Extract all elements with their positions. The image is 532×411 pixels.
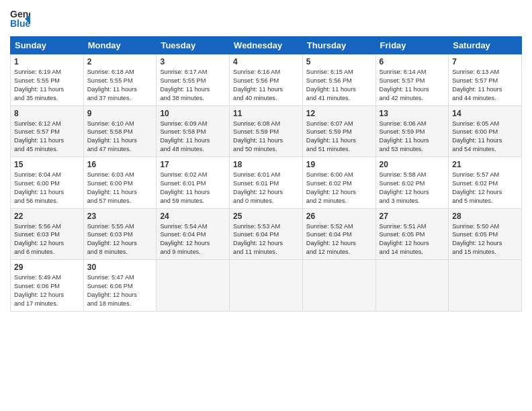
calendar-week-5: 29Sunrise: 5:49 AM Sunset: 6:06 PM Dayli… [11, 260, 522, 312]
calendar-cell: 20Sunrise: 5:58 AM Sunset: 6:02 PM Dayli… [375, 157, 449, 209]
svg-text:Blue: Blue [10, 18, 30, 29]
day-info: Sunrise: 5:49 AM Sunset: 6:06 PM Dayligh… [14, 273, 80, 308]
day-number: 25 [233, 212, 299, 221]
day-number: 3 [160, 57, 226, 66]
col-header-tuesday: Tuesday [157, 37, 230, 54]
day-number: 27 [380, 212, 445, 221]
calendar-cell: 25Sunrise: 5:53 AM Sunset: 6:04 PM Dayli… [230, 208, 303, 260]
calendar-cell: 2Sunrise: 6:18 AM Sunset: 5:55 PM Daylig… [83, 54, 157, 106]
day-info: Sunrise: 6:17 AM Sunset: 5:55 PM Dayligh… [160, 68, 226, 103]
col-header-saturday: Saturday [449, 37, 522, 54]
calendar-cell [230, 260, 303, 312]
day-info: Sunrise: 5:47 AM Sunset: 6:06 PM Dayligh… [87, 273, 153, 308]
calendar-cell: 21Sunrise: 5:57 AM Sunset: 6:02 PM Dayli… [449, 157, 522, 209]
day-info: Sunrise: 6:03 AM Sunset: 6:00 PM Dayligh… [87, 171, 153, 205]
day-info: Sunrise: 5:58 AM Sunset: 6:02 PM Dayligh… [380, 171, 445, 205]
calendar-cell: 9Sunrise: 6:10 AM Sunset: 5:58 PM Daylig… [83, 105, 157, 157]
day-number: 8 [14, 109, 80, 118]
day-info: Sunrise: 6:09 AM Sunset: 5:58 PM Dayligh… [160, 120, 226, 154]
day-number: 26 [306, 212, 372, 221]
calendar-week-4: 22Sunrise: 5:56 AM Sunset: 6:03 PM Dayli… [11, 208, 522, 260]
calendar-cell: 29Sunrise: 5:49 AM Sunset: 6:06 PM Dayli… [11, 260, 84, 312]
calendar-cell [302, 260, 375, 312]
calendar-cell [449, 260, 522, 312]
calendar-cell: 11Sunrise: 6:08 AM Sunset: 5:59 PM Dayli… [230, 105, 303, 157]
day-number: 24 [160, 212, 226, 221]
day-number: 23 [87, 212, 153, 221]
calendar-cell: 28Sunrise: 5:50 AM Sunset: 6:05 PM Dayli… [449, 208, 522, 260]
calendar-cell: 23Sunrise: 5:55 AM Sunset: 6:03 PM Dayli… [83, 208, 157, 260]
calendar-week-3: 15Sunrise: 6:04 AM Sunset: 6:00 PM Dayli… [11, 157, 522, 209]
day-number: 5 [306, 57, 372, 66]
day-info: Sunrise: 6:06 AM Sunset: 5:59 PM Dayligh… [380, 120, 445, 154]
day-number: 4 [233, 57, 299, 66]
day-number: 17 [160, 160, 226, 169]
col-header-friday: Friday [375, 37, 449, 54]
day-info: Sunrise: 6:00 AM Sunset: 6:02 PM Dayligh… [306, 171, 372, 205]
header: General Blue [10, 7, 522, 31]
calendar-cell: 24Sunrise: 5:54 AM Sunset: 6:04 PM Dayli… [157, 208, 230, 260]
day-info: Sunrise: 5:51 AM Sunset: 6:05 PM Dayligh… [380, 222, 445, 257]
day-number: 19 [306, 160, 372, 169]
day-number: 9 [87, 109, 153, 118]
day-number: 15 [14, 160, 80, 169]
calendar-cell: 14Sunrise: 6:05 AM Sunset: 6:00 PM Dayli… [449, 105, 522, 157]
col-header-thursday: Thursday [302, 37, 375, 54]
calendar-cell: 19Sunrise: 6:00 AM Sunset: 6:02 PM Dayli… [302, 157, 375, 209]
calendar-cell [157, 260, 230, 312]
day-number: 6 [380, 57, 445, 66]
day-info: Sunrise: 5:57 AM Sunset: 6:02 PM Dayligh… [452, 171, 518, 205]
calendar-cell: 8Sunrise: 6:12 AM Sunset: 5:57 PM Daylig… [11, 105, 84, 157]
day-info: Sunrise: 6:01 AM Sunset: 6:01 PM Dayligh… [233, 171, 299, 205]
day-number: 2 [87, 57, 153, 66]
calendar-week-1: 1Sunrise: 6:19 AM Sunset: 5:55 PM Daylig… [11, 54, 522, 106]
logo: General Blue [10, 7, 30, 31]
day-number: 22 [14, 212, 80, 221]
calendar-cell: 5Sunrise: 6:15 AM Sunset: 5:56 PM Daylig… [302, 54, 375, 106]
day-info: Sunrise: 5:55 AM Sunset: 6:03 PM Dayligh… [87, 222, 153, 257]
calendar-cell: 4Sunrise: 6:16 AM Sunset: 5:56 PM Daylig… [230, 54, 303, 106]
header-row: SundayMondayTuesdayWednesdayThursdayFrid… [11, 37, 522, 54]
calendar-cell: 3Sunrise: 6:17 AM Sunset: 5:55 PM Daylig… [157, 54, 230, 106]
calendar-cell: 7Sunrise: 6:13 AM Sunset: 5:57 PM Daylig… [449, 54, 522, 106]
day-number: 14 [452, 109, 518, 118]
day-number: 21 [452, 160, 518, 169]
calendar-cell: 12Sunrise: 6:07 AM Sunset: 5:59 PM Dayli… [302, 105, 375, 157]
logo-svg: General Blue [10, 7, 30, 31]
calendar-cell [375, 260, 449, 312]
day-info: Sunrise: 6:07 AM Sunset: 5:59 PM Dayligh… [306, 120, 372, 154]
col-header-monday: Monday [83, 37, 157, 54]
day-number: 7 [452, 57, 518, 66]
calendar-table: SundayMondayTuesdayWednesdayThursdayFrid… [10, 36, 522, 312]
col-header-wednesday: Wednesday [230, 37, 303, 54]
day-number: 30 [87, 263, 153, 272]
day-number: 28 [452, 212, 518, 221]
calendar-cell: 30Sunrise: 5:47 AM Sunset: 6:06 PM Dayli… [83, 260, 157, 312]
calendar-cell: 18Sunrise: 6:01 AM Sunset: 6:01 PM Dayli… [230, 157, 303, 209]
page: General Blue SundayMondayTuesdayWednesda… [0, 0, 532, 411]
calendar-cell: 6Sunrise: 6:14 AM Sunset: 5:57 PM Daylig… [375, 54, 449, 106]
calendar-cell: 1Sunrise: 6:19 AM Sunset: 5:55 PM Daylig… [11, 54, 84, 106]
calendar-week-2: 8Sunrise: 6:12 AM Sunset: 5:57 PM Daylig… [11, 105, 522, 157]
day-info: Sunrise: 5:50 AM Sunset: 6:05 PM Dayligh… [452, 222, 518, 257]
day-info: Sunrise: 5:54 AM Sunset: 6:04 PM Dayligh… [160, 222, 226, 257]
day-number: 20 [380, 160, 445, 169]
day-number: 13 [380, 109, 445, 118]
day-number: 12 [306, 109, 372, 118]
day-number: 11 [233, 109, 299, 118]
calendar-cell: 26Sunrise: 5:52 AM Sunset: 6:04 PM Dayli… [302, 208, 375, 260]
day-number: 1 [14, 57, 80, 66]
day-info: Sunrise: 5:56 AM Sunset: 6:03 PM Dayligh… [14, 222, 80, 257]
day-info: Sunrise: 6:16 AM Sunset: 5:56 PM Dayligh… [233, 68, 299, 103]
calendar-cell: 17Sunrise: 6:02 AM Sunset: 6:01 PM Dayli… [157, 157, 230, 209]
calendar-cell: 15Sunrise: 6:04 AM Sunset: 6:00 PM Dayli… [11, 157, 84, 209]
day-number: 10 [160, 109, 226, 118]
calendar-cell: 16Sunrise: 6:03 AM Sunset: 6:00 PM Dayli… [83, 157, 157, 209]
calendar-cell: 22Sunrise: 5:56 AM Sunset: 6:03 PM Dayli… [11, 208, 84, 260]
day-info: Sunrise: 6:04 AM Sunset: 6:00 PM Dayligh… [14, 171, 80, 205]
day-info: Sunrise: 5:52 AM Sunset: 6:04 PM Dayligh… [306, 222, 372, 257]
day-info: Sunrise: 6:10 AM Sunset: 5:58 PM Dayligh… [87, 120, 153, 154]
calendar-cell: 10Sunrise: 6:09 AM Sunset: 5:58 PM Dayli… [157, 105, 230, 157]
day-number: 16 [87, 160, 153, 169]
day-info: Sunrise: 6:08 AM Sunset: 5:59 PM Dayligh… [233, 120, 299, 154]
